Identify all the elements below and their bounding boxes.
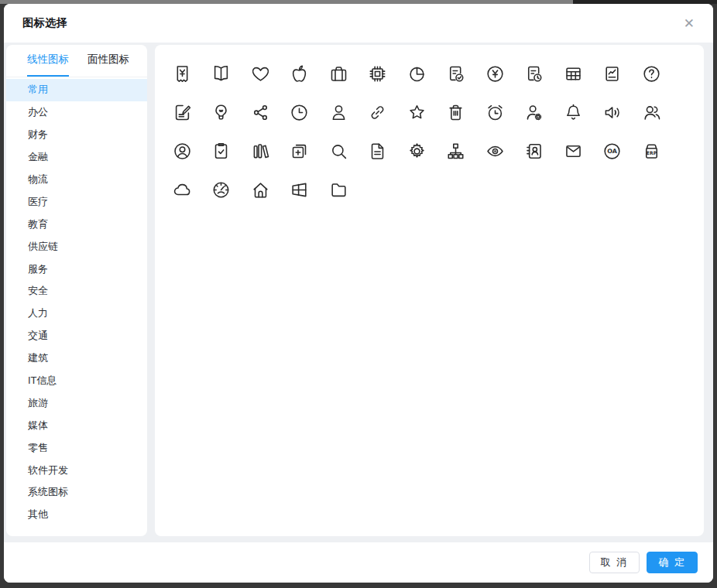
category-item[interactable]: IT信息	[6, 370, 147, 392]
eye-icon	[485, 141, 506, 162]
envelope-icon	[563, 141, 584, 162]
icon-cell[interactable]	[358, 132, 398, 170]
folder-icon	[328, 179, 349, 200]
link-icon	[367, 102, 388, 123]
icon-cell[interactable]	[515, 93, 554, 132]
icon-cell[interactable]	[163, 170, 202, 209]
category-item[interactable]: 旅游	[6, 391, 147, 414]
icon-cell[interactable]	[280, 93, 320, 132]
icon-cell[interactable]	[241, 54, 280, 93]
icon-cell[interactable]	[437, 93, 476, 132]
icon-cell[interactable]	[202, 93, 242, 132]
document-check-icon	[445, 63, 466, 84]
cpu-chip-icon	[367, 63, 388, 84]
icon-cell[interactable]	[475, 132, 515, 170]
icon-cell[interactable]	[554, 54, 593, 93]
category-item[interactable]: 零售	[6, 436, 147, 459]
category-item[interactable]: 交通	[6, 325, 147, 347]
icon-cell[interactable]	[280, 54, 320, 93]
document-edit-icon	[172, 102, 193, 123]
receipt-yen-icon	[172, 63, 193, 84]
icon-cell[interactable]	[593, 93, 633, 132]
icon-cell[interactable]	[437, 132, 476, 170]
tab-linear-icons[interactable]: 线性图标	[27, 45, 69, 77]
category-item[interactable]: 媒体	[6, 414, 147, 436]
document-icon	[367, 141, 388, 162]
icon-cell[interactable]	[554, 132, 593, 170]
icon-cell[interactable]	[241, 132, 280, 170]
icon-cell[interactable]	[397, 93, 437, 132]
icon-cell[interactable]	[397, 132, 437, 170]
icon-cell[interactable]	[437, 54, 476, 93]
icon-cell[interactable]: ERP	[632, 132, 671, 170]
clock-icon	[289, 102, 310, 123]
dialog-title: 图标选择	[22, 16, 67, 30]
home-icon	[250, 179, 271, 200]
icon-cell[interactable]	[241, 93, 280, 132]
icon-cell[interactable]	[632, 93, 671, 132]
icon-cell[interactable]	[163, 54, 202, 93]
icon-cell[interactable]	[319, 93, 358, 132]
cancel-button[interactable]: 取 消	[589, 552, 640, 573]
category-item[interactable]: 办公	[6, 101, 147, 124]
category-item[interactable]: 其他	[6, 504, 147, 526]
category-item[interactable]: 系统图标	[6, 481, 147, 504]
user-gear-icon	[523, 102, 544, 123]
icon-cell[interactable]	[319, 132, 358, 170]
category-item[interactable]: 财务	[6, 124, 147, 146]
category-item[interactable]: 常用	[6, 79, 147, 101]
user-circle-icon	[172, 141, 193, 162]
users-group-icon	[641, 102, 662, 123]
user-icon	[328, 102, 349, 123]
icon-cell[interactable]	[593, 54, 633, 93]
icon-cell[interactable]	[241, 170, 280, 209]
icon-cell[interactable]	[632, 54, 671, 93]
icon-cell[interactable]	[515, 54, 554, 93]
gauge-icon	[211, 179, 232, 200]
icon-cell[interactable]: OA	[593, 132, 633, 170]
clipboard-check-icon	[211, 141, 232, 162]
books-icon	[250, 141, 271, 162]
icon-cell[interactable]	[202, 132, 242, 170]
light-bulb-icon	[211, 102, 232, 123]
category-item[interactable]: 供应链	[6, 235, 147, 258]
icon-cell[interactable]	[475, 93, 515, 132]
icon-cell[interactable]	[319, 54, 358, 93]
icon-cell[interactable]	[280, 170, 320, 209]
report-chart-icon	[602, 63, 623, 84]
category-item[interactable]: 医疗	[6, 190, 147, 213]
dialog-header: 图标选择 ✕	[4, 4, 713, 43]
dialog-footer: 取 消 确 定	[4, 542, 713, 583]
icon-cell[interactable]	[554, 93, 593, 132]
category-item[interactable]: 软件开发	[6, 459, 147, 481]
icon-cell[interactable]	[319, 170, 358, 209]
tab-filled-icons[interactable]: 面性图标	[87, 45, 129, 77]
icon-cell[interactable]	[475, 54, 515, 93]
category-item[interactable]: 安全	[6, 280, 147, 303]
icon-cell[interactable]	[280, 132, 320, 170]
icon-cell[interactable]	[358, 93, 398, 132]
dialog-content: 线性图标面性图标 常用办公财务金融物流医疗教育供应链服务安全人力交通建筑IT信息…	[4, 43, 713, 542]
category-item[interactable]: 物流	[6, 169, 147, 191]
svg-text:OA: OA	[607, 148, 617, 155]
category-item[interactable]: 建筑	[6, 347, 147, 370]
confirm-button[interactable]: 确 定	[647, 552, 698, 573]
book-open-icon	[211, 63, 232, 84]
icon-cell[interactable]	[163, 132, 202, 170]
briefcase-icon	[328, 63, 349, 84]
category-item[interactable]: 人力	[6, 303, 147, 325]
svg-text:ERP: ERP	[647, 149, 657, 155]
id-card-icon	[523, 141, 544, 162]
icon-cell[interactable]	[358, 54, 398, 93]
category-item[interactable]: 教育	[6, 213, 147, 235]
icon-cell[interactable]	[397, 54, 437, 93]
icon-cell[interactable]	[202, 54, 242, 93]
category-item[interactable]: 服务	[6, 258, 147, 280]
document-clock-icon	[523, 63, 544, 84]
icon-cell[interactable]	[202, 170, 242, 209]
icon-cell[interactable]	[515, 132, 554, 170]
close-icon[interactable]: ✕	[682, 15, 696, 32]
icon-grid: OAERP	[155, 45, 704, 536]
category-item[interactable]: 金融	[6, 146, 147, 169]
icon-cell[interactable]	[163, 93, 202, 132]
